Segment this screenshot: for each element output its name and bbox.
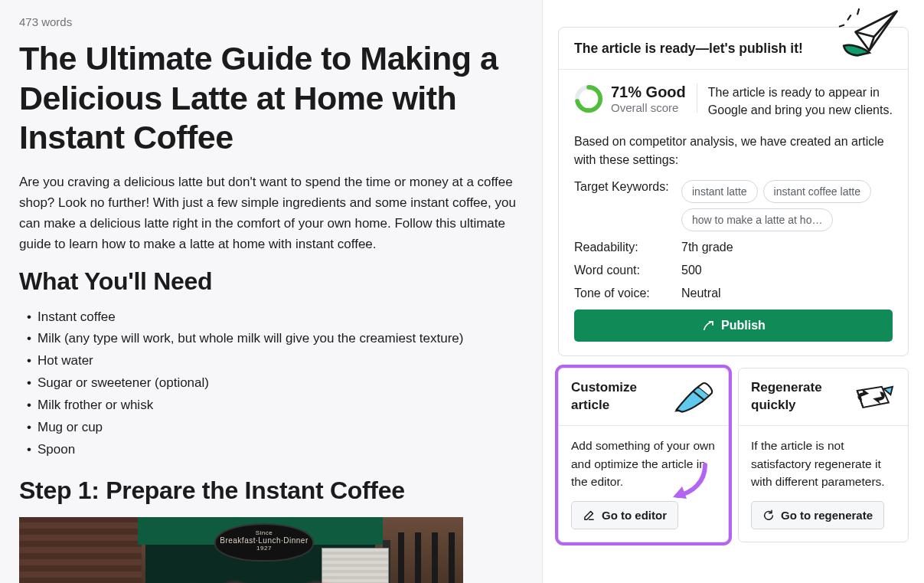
regenerate-card: Regenerate quickly If the article is not… [738,368,909,542]
edit-icon [583,509,596,522]
publish-button[interactable]: Publish [574,310,893,342]
keyword-chip[interactable]: instant latte [681,180,758,203]
article-title: The Ultimate Guide to Making a Delicious… [19,39,519,158]
list-item: Instant coffee [38,306,519,329]
score-description: The article is ready to appear in Google… [708,84,893,119]
customize-article-title: Customize article [571,379,668,414]
readability-row: Readability: 7th grade [574,241,893,254]
readability-value: 7th grade [681,241,893,254]
article-hero-image: Since Breakfast·Lunch·Dinner 1927 [19,517,463,583]
score-label: Overall score [611,101,686,114]
share-icon [701,319,715,332]
article-ready-card: The article is ready—let's publish it! 7… [558,27,909,356]
list-item: Hot water [38,350,519,372]
go-to-regenerate-button[interactable]: Go to regenerate [751,501,884,529]
readability-label: Readability: [574,241,681,254]
list-item: Spoon [38,439,519,461]
regenerate-illustration [851,379,896,416]
regenerate-title: Regenerate quickly [751,379,847,414]
tone-row: Tone of voice: Neutral [574,287,893,300]
refresh-icon [762,509,775,522]
summary-panel: The article is ready—let's publish it! 7… [543,0,924,583]
tone-label: Tone of voice: [574,287,681,300]
keyword-chip[interactable]: instant coffee latte [763,180,871,203]
word-count: 473 words [19,15,519,28]
go-to-regenerate-label: Go to regenerate [781,509,873,522]
word-count-value: 500 [681,264,893,277]
section-heading-needs: What You'll Need [19,267,519,296]
word-count-label: Word count: [574,264,681,277]
list-item: Sugar or sweetener (optional) [38,372,519,395]
pointer-arrow-icon [667,460,713,506]
keyword-chip[interactable]: how to make a latte at ho… [681,208,833,231]
customize-article-card: Customize article Add something of your … [558,368,729,542]
publish-button-label: Publish [721,319,766,332]
article-preview-panel: 473 words The Ultimate Guide to Making a… [0,0,543,583]
score-percent: 71% Good [611,84,686,101]
keywords-label: Target Keywords: [574,180,681,194]
word-count-row: Word count: 500 [574,264,893,277]
score-ring-icon [574,84,603,113]
intro-paragraph: Are you craving a delicious latte but do… [19,172,519,255]
list-item: Milk frother or whisk [38,395,519,417]
section-heading-step1: Step 1: Prepare the Instant Coffee [19,477,519,505]
pencil-illustration [672,379,716,416]
go-to-editor-button[interactable]: Go to editor [571,501,678,529]
keywords-row: Target Keywords: instant latte instant c… [574,180,893,231]
needs-list: Instant coffee Milk (any type will work,… [19,306,519,461]
regenerate-text: If the article is not satisfactory regen… [751,437,896,490]
tone-value: Neutral [681,287,893,300]
go-to-editor-label: Go to editor [602,509,667,522]
list-item: Milk (any type will work, but whole milk… [38,328,519,350]
list-item: Mug or cup [38,417,519,439]
score-row: 71% Good Overall score The article is re… [574,84,893,119]
article-ready-header: The article is ready—let's publish it! [574,41,803,57]
competitor-line: Based on competitor analysis, we have cr… [574,133,893,169]
